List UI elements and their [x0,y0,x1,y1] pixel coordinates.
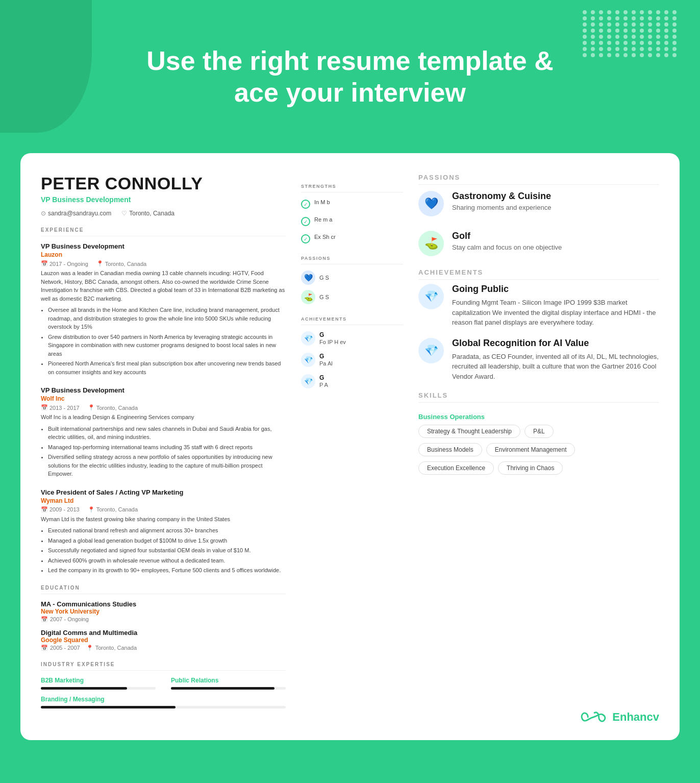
passions-label-mid: PASSIONS [301,256,403,264]
passion-right-icon-2: ⛳ [418,231,444,256]
resume-middle-panel: STRENGTHS ✓ In M b ✓ Re m a ✓ Ex Sh cr P… [301,174,403,720]
strength-3: ✓ Ex Sh cr [301,233,403,243]
achievement-mid-icon-3: 💎 [301,374,315,388]
exp-bullet-3-2: Managed a global lead generation budget … [48,536,286,545]
achievement-right-desc-1: Founding Mgmt Team - Silicon Image IPO 1… [452,298,659,328]
skill-name-b2b: B2B Marketing [41,677,156,684]
exp-meta-1: 📅 2017 - Ongoing 📍 Toronto, Canada [41,260,286,267]
industry-section-label: INDUSTRY EXPERTISE [41,662,286,671]
contact-location: ♡ Toronto, Canada [121,210,174,217]
location-icon: ♡ [121,210,127,217]
passion-mid-icon-2: ⛳ [301,290,315,304]
exp-bullet-2-2: Managed top-performing international tea… [48,443,286,452]
achievements-label-mid: ACHIEVEMENTS [301,316,403,325]
passion-mid-1: 💙 G S [301,271,403,285]
edu-degree-2: Digital Comms and Multimedia [41,629,286,637]
skill-name-branding: Branding / Messaging [41,696,286,703]
loc-icon-2: 📍 [88,404,95,411]
passion-right-icon-1: 💙 [418,191,444,216]
achievement-mid-2: 💎 G Pa Al [301,353,403,369]
exp-item-1: VP Business Development Lauzon 📅 2017 - … [41,242,286,376]
exp-role-3: Vice President of Sales / Acting VP Mark… [41,488,286,496]
achievement-right-2: 💎 Global Recognition for AI Value Parada… [418,338,659,382]
brand-area: Enhancv [581,709,659,725]
skill-pr: Public Relations [171,677,286,690]
edu-item-1: MA - Communications Studies New York Uni… [41,600,286,623]
exp-desc-1: Lauzon was a leader in Canadian media ow… [41,269,286,303]
achievement-right-1: 💎 Going Public Founding Mgmt Team - Sili… [418,284,659,328]
email-icon: ⊙ [41,210,46,217]
skills-right-label: SKILLS [418,392,659,403]
calendar-icon-1: 📅 [41,260,48,267]
exp-role-1: VP Business Development [41,242,286,250]
achievement-right-content-1: Going Public Founding Mgmt Team - Silico… [452,284,659,328]
strength-check-3: ✓ [301,234,310,243]
exp-item-2: VP Business Development Wolf Inc 📅 2013 … [41,386,286,478]
passion-right-title-1: Gastronomy & Cuisine [452,191,551,202]
achievement-mid-1: 💎 G Fo IP H ev [301,331,403,348]
achievement-right-icon-1: 💎 [418,284,444,309]
exp-company-1: Lauzon [41,251,286,258]
skill-tag-5: Execution Excellence [418,461,494,475]
achievement-mid-3: 💎 G P A [301,374,403,390]
contact-line: ⊙ sandra@sandrayu.com ♡ Toronto, Canada [41,210,286,217]
resume-right-panel: PASSIONS 💙 Gastronomy & Cuisine Sharing … [418,174,659,720]
exp-bullets-1: Oversee all brands in the Home and Kitch… [41,306,286,376]
edu-school-1: New York University [41,608,286,615]
achievement-mid-desc-3: P A [319,381,328,389]
passion-mid-2: ⛳ G S [301,290,403,304]
achievement-mid-title-3: G [319,374,328,381]
passion-mid-text-1: G S [319,275,329,281]
achievement-mid-desc-1: Fo IP H ev [319,338,346,346]
passions-right-label: PASSIONS [418,174,659,185]
contact-email: ⊙ sandra@sandrayu.com [41,210,111,217]
achievement-right-title-2: Global Recognition for AI Value [452,338,659,349]
exp-bullet-3-4: Achieved 600% growth in wholesale revenu… [48,556,286,565]
achievement-mid-title-2: G [319,353,333,360]
exp-company-2: Wolf Inc [41,395,286,402]
experience-section-label: EXPERIENCE [41,227,286,236]
skill-b2b: B2B Marketing [41,677,156,690]
hero-title: Use the right resume template & ace your… [146,45,554,109]
exp-bullet-3-5: Led the company in its growth to 90+ emp… [48,566,286,575]
achievement-mid-desc-2: Pa Al [319,360,333,368]
skills-tags-row-3: Execution Excellence Thriving in Chaos [418,461,659,475]
skill-tag-1: Strategy & Thought Leadership [418,425,520,438]
person-name: PETER CONNOLLY [41,174,286,193]
edu-meta-2: 📅 2005 - 2007 📍 Toronto, Canada [41,645,286,651]
edu-calendar-1: 📅 [41,616,48,623]
skills-row-1: B2B Marketing Public Relations [41,677,286,690]
exp-bullet-1-3: Pioneered North America's first meal pla… [48,359,286,376]
skills-tags-row-2: Business Models Environment Management [418,443,659,456]
skills-right-section: Business Operations Strategy & Thought L… [418,413,659,475]
edu-meta-1: 📅 2007 - Ongoing [41,616,286,623]
exp-bullets-2: Built international partnerships and new… [41,425,286,478]
brand-name: Enhancv [612,711,659,724]
exp-bullet-2-3: Diversified selling strategy across a ne… [48,453,286,478]
hero-section: Use the right resume template & ace your… [0,0,700,143]
person-title: VP Business Development [41,195,286,204]
achievement-right-title-1: Going Public [452,284,659,295]
strength-2: ✓ Re m a [301,216,403,226]
skills-category: Business Operations [418,413,659,421]
edu-school-2: Google Squared [41,637,286,644]
exp-item-3: Vice President of Sales / Acting VP Mark… [41,488,286,575]
edu-degree-1: MA - Communications Studies [41,600,286,608]
calendar-icon-3: 📅 [41,506,48,513]
enhancv-logo [581,709,606,725]
skill-branding: Branding / Messaging [41,696,286,708]
exp-bullets-3: Executed national brand refresh and alig… [41,526,286,575]
hero-bg-left [0,0,92,133]
skill-tag-3: Business Models [418,443,482,456]
strength-check-1: ✓ [301,200,310,209]
achievement-right-icon-2: 💎 [418,338,444,363]
exp-bullet-2-1: Built international partnerships and new… [48,425,286,442]
passion-right-2: ⛳ Golf Stay calm and focus on one object… [418,229,659,258]
skill-name-pr: Public Relations [171,677,286,684]
skills-tags-row-1: Strategy & Thought Leadership P&L [418,425,659,438]
passion-right-1: 💙 Gastronomy & Cuisine Sharing moments a… [418,189,659,218]
exp-meta-3: 📅 2009 - 2013 📍 Toronto, Canada [41,506,286,513]
exp-desc-2: Wolf Inc is a leading Design & Engineeri… [41,413,286,422]
achievement-mid-icon-1: 💎 [301,331,315,346]
passion-right-content-2: Golf Stay calm and focus on one objectiv… [452,231,562,251]
